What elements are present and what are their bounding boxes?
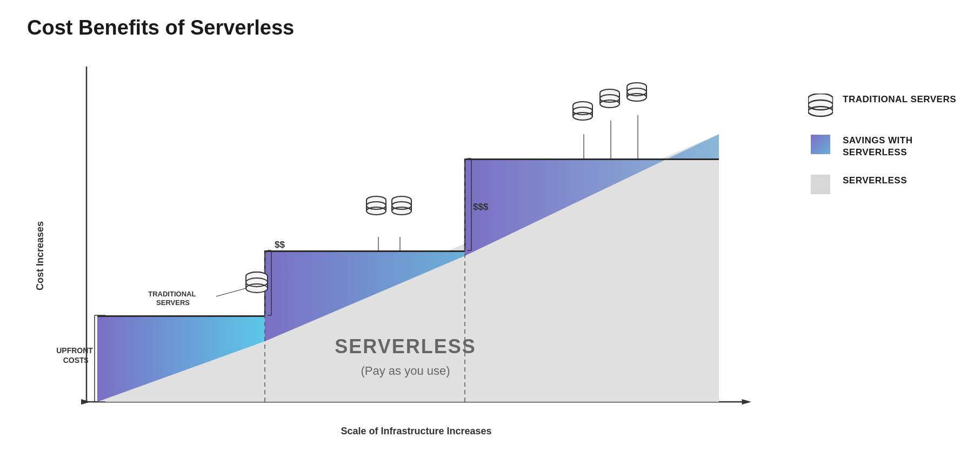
step2-top (265, 250, 465, 252)
db-icon-2a (366, 196, 386, 215)
legend-savings-color (807, 135, 834, 154)
legend-label-savings: SAVINGS WITH SERVERLESS (843, 135, 958, 158)
chart-area: Cost Increases Scale of Infrastructure I… (22, 50, 958, 456)
db-icon-3b (600, 89, 619, 108)
y-axis-label: Cost Increases (35, 221, 45, 290)
main-chart-svg: Cost Increases Scale of Infrastructure I… (22, 50, 778, 456)
legend-serverless-color (807, 175, 834, 194)
page-title: Cost Benefits of Serverless (27, 16, 958, 39)
legend-item-serverless: SERVERLESS (807, 175, 958, 194)
x-axis-label: Scale of Infrastructure Increases (341, 426, 491, 436)
trad-server-label-1: TRADITIONAL SERVERS (148, 290, 198, 307)
db-icon-3c (627, 83, 646, 101)
legend-label-serverless: SERVERLESS (843, 175, 907, 187)
savings-color-box (811, 135, 830, 154)
upfront-costs-label: UPFRONT COST$ (56, 346, 95, 365)
serverless-subtitle: (Pay as you use) (361, 364, 450, 378)
step1-top (97, 315, 265, 317)
legend-item-savings: SAVINGS WITH SERVERLESS (807, 135, 958, 158)
db-icon-2b (392, 196, 411, 215)
legend-label-traditional-servers: TRADITIONAL SERVERS (843, 94, 956, 105)
dollar-label-2: $$$ (473, 202, 489, 212)
dollar-label-1: $$ (275, 240, 285, 250)
step3-top (465, 158, 719, 160)
trad-server-line-1 (216, 288, 246, 296)
page-container: Cost Benefits of Serverless (0, 0, 980, 470)
legend-area: TRADITIONAL SERVERS SAVINGS WITH SERVERL… (807, 94, 958, 194)
legend-item-traditional-servers: TRADITIONAL SERVERS (807, 94, 958, 118)
serverless-label: SERVERLESS (335, 335, 476, 358)
db-icon-3a (573, 102, 592, 120)
legend-db-icon (807, 94, 834, 118)
serverless-color-box (811, 175, 830, 194)
db-icon-1 (246, 272, 268, 293)
